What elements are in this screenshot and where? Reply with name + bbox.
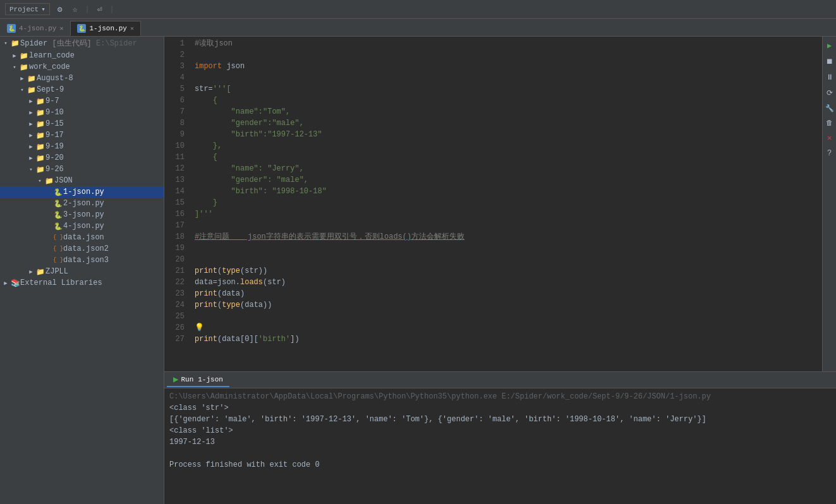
tab-1json[interactable]: 🐍 1-json.py ✕ [70, 21, 140, 36]
zjpll-label: ZJPLL [45, 267, 68, 276]
s926-folder-icon: 📁 [35, 165, 45, 174]
ln-4: 4 [164, 72, 185, 83]
sidebar-item-sept9[interactable]: ▾ 📁 Sept-9 [0, 84, 164, 95]
sidebar-item-9-7[interactable]: ▶ 📁 9-7 [0, 95, 164, 107]
s97-toggle[interactable]: ▶ [27, 98, 35, 105]
sidebar-item-august8[interactable]: ▶ 📁 August-8 [0, 73, 164, 84]
ln-3: 3 [164, 61, 185, 72]
tab-close-1json[interactable]: ✕ [130, 25, 134, 32]
star-icon[interactable]: ☆ [70, 3, 80, 16]
console-line-1: C:\Users\Administrator\AppData\Local\Pro… [169, 391, 831, 402]
code-line-8: "gender":"male", [195, 117, 822, 129]
sidebar-root[interactable]: ▾ 📁 Spider [虫生代码] E:\Spider [0, 37, 164, 50]
sidebar-item-datajson[interactable]: { } data.json [0, 232, 164, 243]
tab-4json[interactable]: 🐍 4-json.py ✕ [0, 21, 70, 36]
s920-label: 9-20 [45, 153, 64, 162]
code-line-7: "name":"Tom", [195, 106, 822, 117]
code-line-25 [195, 311, 822, 322]
sidebar-item-9-26[interactable]: ▾ 📁 9-26 [0, 164, 164, 175]
tab-bar: 🐍 4-json.py ✕ 🐍 1-json.py ✕ [0, 19, 836, 37]
ext-libs-label: External Libraries [20, 279, 102, 287]
tab-label-1json: 1-json.py [89, 25, 126, 32]
trash-icon-side[interactable]: 🗑 [825, 117, 834, 129]
sidebar-item-9-20[interactable]: ▶ 📁 9-20 [0, 152, 164, 164]
learn-code-toggle[interactable]: ▶ [10, 52, 19, 59]
sidebar-item-9-10[interactable]: ▶ 📁 9-10 [0, 107, 164, 118]
top-bar: Project ▾ ⚙ ☆ | ⏎ | [0, 0, 836, 19]
sidebar-item-2json[interactable]: 🐍 2-json.py [0, 198, 164, 209]
code-line-22: data=json.loads(str) [195, 277, 822, 288]
sidebar-item-9-15[interactable]: ▶ 📁 9-15 [0, 118, 164, 129]
ln-10: 10 [164, 140, 185, 152]
json-folder-toggle[interactable]: ▾ [35, 177, 44, 184]
s926-toggle[interactable]: ▾ [27, 166, 35, 173]
ln-24: 24 [164, 299, 185, 311]
json-folder-label: JSON [54, 176, 73, 185]
console-line-3: [{'gender': 'male', 'birth': '1997-12-13… [169, 414, 831, 425]
help-icon-side[interactable]: ? [826, 147, 833, 160]
sidebar-item-zjpll[interactable]: ▶ 📁 ZJPLL [0, 266, 164, 277]
work-code-label: work_code [29, 63, 70, 71]
s915-toggle[interactable]: ▶ [27, 121, 35, 128]
pause-icon-side[interactable]: ⏸ [825, 71, 835, 84]
code-line-26: 💡 [195, 322, 822, 333]
datajson3-label: data.json3 [63, 256, 109, 265]
ln-20: 20 [164, 254, 185, 265]
zjpll-folder-icon: 📁 [35, 267, 45, 276]
ext-libs-toggle[interactable]: ▶ [1, 280, 10, 287]
root-toggle[interactable]: ▾ [1, 40, 10, 47]
aug8-folder-icon: 📁 [27, 74, 37, 83]
s915-folder-icon: 📁 [35, 119, 45, 128]
s920-toggle[interactable]: ▶ [27, 155, 35, 162]
sidebar-item-4json[interactable]: 🐍 4-json.py [0, 220, 164, 232]
s919-toggle[interactable]: ▶ [27, 143, 35, 150]
code-line-20 [195, 254, 822, 265]
sidebar-item-datajson3[interactable]: { } data.json3 [0, 255, 164, 266]
work-code-toggle[interactable]: ▾ [10, 64, 19, 71]
ln-9: 9 [164, 129, 185, 140]
s910-folder-icon: 📁 [35, 108, 45, 117]
json-folder-icon: 📁 [44, 176, 54, 185]
run-icon-top[interactable]: ⏎ [95, 3, 105, 16]
aug8-toggle[interactable]: ▶ [18, 75, 27, 82]
stop-icon-side[interactable]: ⏹ [825, 55, 835, 68]
code-line-1: #读取json [195, 38, 822, 49]
f1json-file-icon: 🐍 [53, 188, 63, 196]
sidebar-item-9-19[interactable]: ▶ 📁 9-19 [0, 141, 164, 152]
ln-5: 5 [164, 83, 185, 95]
s910-toggle[interactable]: ▶ [27, 109, 35, 116]
settings-icon[interactable]: ⚙ [55, 3, 65, 16]
s917-toggle[interactable]: ▶ [27, 132, 35, 139]
zjpll-toggle[interactable]: ▶ [27, 268, 35, 275]
code-container[interactable]: 1 2 3 4 5 6 7 8 9 10 11 12 13 14 [164, 37, 822, 371]
code-content[interactable]: #读取json import json str='''[ { "na [190, 37, 822, 371]
sept9-label: Sept-9 [37, 85, 64, 94]
sidebar-item-3json[interactable]: 🐍 3-json.py [0, 209, 164, 220]
code-line-24: print(type(data)) [195, 299, 822, 311]
code-line-9: "birth":"1997-12-13" [195, 129, 822, 140]
f1json-label: 1-json.py [63, 188, 104, 196]
settings-icon-side[interactable]: 🔧 [824, 102, 835, 114]
reload-icon-side[interactable]: ⟳ [825, 87, 834, 100]
close-icon-side[interactable]: ✕ [826, 131, 833, 145]
ext-libs-icon: 📚 [10, 279, 20, 287]
sidebar-item-ext-libs[interactable]: ▶ 📚 External Libraries [0, 277, 164, 289]
sept9-folder-icon: 📁 [27, 85, 37, 94]
datajson-file-icon: { } [53, 233, 63, 242]
project-dropdown[interactable]: Project ▾ [5, 3, 50, 15]
s920-folder-icon: 📁 [35, 153, 45, 162]
sidebar-item-learn-code[interactable]: ▶ 📁 learn_code [0, 50, 164, 61]
s917-label: 9-17 [45, 131, 64, 140]
sept9-toggle[interactable]: ▾ [18, 87, 27, 93]
code-line-14: "birth": "1998-10-18" [195, 186, 822, 197]
run-icon-side[interactable]: ▶ [826, 39, 833, 52]
sidebar-item-work-code[interactable]: ▾ 📁 work_code [0, 61, 164, 73]
sidebar-item-9-17[interactable]: ▶ 📁 9-17 [0, 129, 164, 141]
tab-close-4json[interactable]: ✕ [59, 25, 63, 32]
sidebar-item-1json[interactable]: 🐍 1-json.py [0, 186, 164, 198]
sidebar-item-json-folder[interactable]: ▾ 📁 JSON [0, 175, 164, 186]
f2json-label: 2-json.py [63, 199, 104, 208]
ln-17: 17 [164, 220, 185, 231]
bottom-tab-run[interactable]: ▶ Run 1-json [167, 373, 229, 387]
sidebar-item-datajson2[interactable]: { } data.json2 [0, 243, 164, 255]
